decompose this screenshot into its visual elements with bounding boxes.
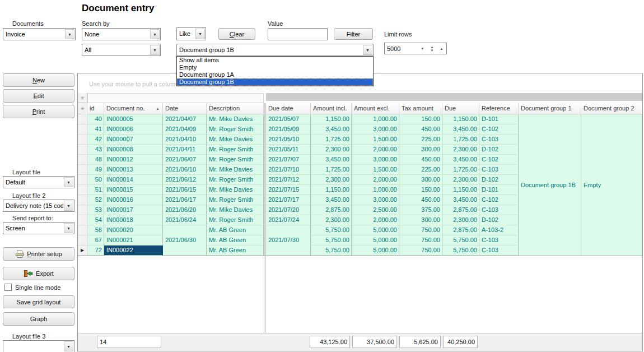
- cell-id[interactable]: 48: [87, 155, 104, 165]
- new-button[interactable]: New: [3, 73, 74, 87]
- cell-due[interactable]: 2,300.00: [442, 215, 479, 225]
- edit-button[interactable]: Edit: [3, 89, 74, 103]
- cell-amount-excl[interactable]: 1,500.00: [352, 135, 399, 145]
- dropdown-arrow-icon[interactable]: ▼: [195, 29, 205, 39]
- column-header-tax-amount[interactable]: Tax amount: [399, 103, 442, 114]
- cell-due-date[interactable]: 2021/05/11: [266, 145, 311, 155]
- cell-due-date[interactable]: 2021/07/30: [266, 235, 311, 246]
- cell-tax-amount[interactable]: 300.00: [399, 145, 442, 155]
- export-button[interactable]: Export: [3, 267, 74, 280]
- column-header-reference[interactable]: Reference: [479, 103, 519, 114]
- cell-tax-amount[interactable]: 450.00: [399, 155, 442, 165]
- cell-id[interactable]: 53: [87, 205, 104, 215]
- cell-date[interactable]: 2021/06/24: [163, 215, 207, 225]
- row-indicator[interactable]: [78, 175, 87, 185]
- cell-amount-excl[interactable]: 5,000.00: [352, 246, 399, 256]
- cell-description[interactable]: Mr. AB Green: [207, 246, 264, 256]
- cell-reference[interactable]: D-102: [479, 175, 519, 185]
- cell-id[interactable]: 51: [87, 185, 104, 195]
- cell-doc-no[interactable]: IN000014: [104, 175, 163, 185]
- cell-id[interactable]: 43: [87, 145, 104, 155]
- cell-doc-no[interactable]: IN000016: [104, 195, 163, 205]
- cell-amount-excl[interactable]: 1,000.00: [352, 185, 399, 195]
- cell-amount-incl[interactable]: 2,875.00: [311, 205, 352, 215]
- search-by-select[interactable]: None ▼: [82, 28, 161, 40]
- cell-amount-excl[interactable]: 2,500.00: [352, 205, 399, 215]
- column-header-id[interactable]: id: [87, 103, 104, 114]
- cell-amount-incl[interactable]: 5,750.00: [311, 225, 352, 235]
- cell-doc-no[interactable]: IN000006: [104, 124, 163, 135]
- cell-date[interactable]: [163, 246, 207, 256]
- cell-due[interactable]: 3,450.00: [442, 155, 479, 165]
- cell-id[interactable]: 40: [87, 114, 104, 124]
- printer-setup-button[interactable]: Printer setup: [3, 247, 74, 261]
- cell-doc-no[interactable]: IN000020: [104, 225, 163, 235]
- cell-tax-amount[interactable]: 225.00: [399, 135, 442, 145]
- dropdown-option[interactable]: Document group 1B: [177, 78, 373, 86]
- cell-reference[interactable]: C-103: [479, 165, 519, 175]
- cell-description[interactable]: Mr. Roger Smith: [207, 145, 264, 155]
- dropdown-arrow-icon[interactable]: ▼: [363, 45, 372, 55]
- cell-id[interactable]: 54: [87, 215, 104, 225]
- cell-due-date[interactable]: 2021/07/10: [266, 165, 311, 175]
- cell-due-date[interactable]: 2021/07/15: [266, 185, 311, 195]
- layout-file-3-select[interactable]: ▼: [3, 340, 74, 352]
- row-indicator[interactable]: [78, 124, 87, 135]
- cell-reference[interactable]: C-102: [479, 124, 519, 135]
- cell-amount-excl[interactable]: 5,000.00: [352, 225, 399, 235]
- cell-date[interactable]: [163, 225, 207, 235]
- cell-amount-incl[interactable]: 2,300.00: [311, 175, 352, 185]
- cell-date[interactable]: 2021/04/11: [163, 145, 207, 155]
- column-header-document-group-1[interactable]: Document group 1: [519, 103, 581, 114]
- cell-amount-incl[interactable]: 3,450.00: [311, 124, 352, 135]
- cell-reference[interactable]: D-101: [479, 114, 519, 124]
- cell-tax-amount[interactable]: 300.00: [399, 215, 442, 225]
- cell-id[interactable]: 56: [87, 225, 104, 235]
- cell-due-date[interactable]: [266, 246, 311, 256]
- cell-description[interactable]: Mr. Mike Davies: [207, 114, 264, 124]
- value-input[interactable]: [268, 28, 328, 40]
- cell-description[interactable]: Mr. Mike Davies: [207, 165, 264, 175]
- cell-id[interactable]: 41: [87, 124, 104, 135]
- clear-button[interactable]: Clear: [218, 28, 255, 40]
- grid-corner-button[interactable]: ✳: [78, 103, 87, 114]
- cell-doc-no[interactable]: IN000018: [104, 215, 163, 225]
- cell-date[interactable]: 2021/06/07: [163, 155, 207, 165]
- cell-date[interactable]: 2021/04/07: [163, 114, 207, 124]
- graph-button[interactable]: Graph: [3, 312, 74, 326]
- cell-amount-excl[interactable]: 1,000.00: [352, 114, 399, 124]
- layout-file-2-select[interactable]: Delivery note (15 code ▼: [3, 200, 74, 212]
- cell-reference[interactable]: A-103-2: [479, 225, 519, 235]
- cell-amount-incl[interactable]: 2,300.00: [311, 145, 352, 155]
- print-button[interactable]: Print: [3, 105, 74, 118]
- send-report-select[interactable]: Screen ▼: [3, 222, 74, 234]
- column-header-document-group-2[interactable]: Document group 2: [581, 103, 642, 114]
- cell-due[interactable]: 5,750.00: [442, 246, 479, 256]
- spin-down-icon[interactable]: ▼: [431, 49, 434, 52]
- cell-amount-incl[interactable]: 1,150.00: [311, 114, 352, 124]
- cell-date[interactable]: 2021/06/30: [163, 235, 207, 246]
- cell-tax-amount[interactable]: 150.00: [399, 114, 442, 124]
- cell-reference[interactable]: C-102: [479, 195, 519, 205]
- cell-tax-amount[interactable]: 375.00: [399, 205, 442, 215]
- grid-corner-button[interactable]: ✳: [78, 93, 87, 103]
- dropdown-arrow-icon[interactable]: ▼: [64, 201, 73, 211]
- cell-tax-amount[interactable]: 300.00: [399, 175, 442, 185]
- cell-due-date[interactable]: 2021/07/07: [266, 155, 311, 165]
- cell-date[interactable]: 2021/04/10: [163, 135, 207, 145]
- cell-reference[interactable]: C-103: [479, 205, 519, 215]
- cell-due-date[interactable]: 2021/07/20: [266, 205, 311, 215]
- cell-tax-amount[interactable]: 150.00: [399, 185, 442, 195]
- cell-description[interactable]: Mr. Mike Davies: [207, 135, 264, 145]
- documents-select[interactable]: Invoice ▼: [3, 28, 76, 40]
- column-header-amount-incl[interactable]: Amount incl.: [311, 103, 352, 114]
- cell-id[interactable]: 50: [87, 175, 104, 185]
- row-indicator[interactable]: [78, 114, 87, 124]
- dropdown-option[interactable]: Document group 1A: [177, 71, 373, 78]
- dropdown-option[interactable]: Show all items: [177, 57, 373, 64]
- cell-due-date[interactable]: 2021/05/10: [266, 135, 311, 145]
- cell-due[interactable]: 1,725.00: [442, 135, 479, 145]
- spinner-updown-icon[interactable]: ▲ ▼: [427, 45, 437, 52]
- cell-amount-excl[interactable]: 3,000.00: [352, 195, 399, 205]
- cell-reference[interactable]: D-101: [479, 185, 519, 195]
